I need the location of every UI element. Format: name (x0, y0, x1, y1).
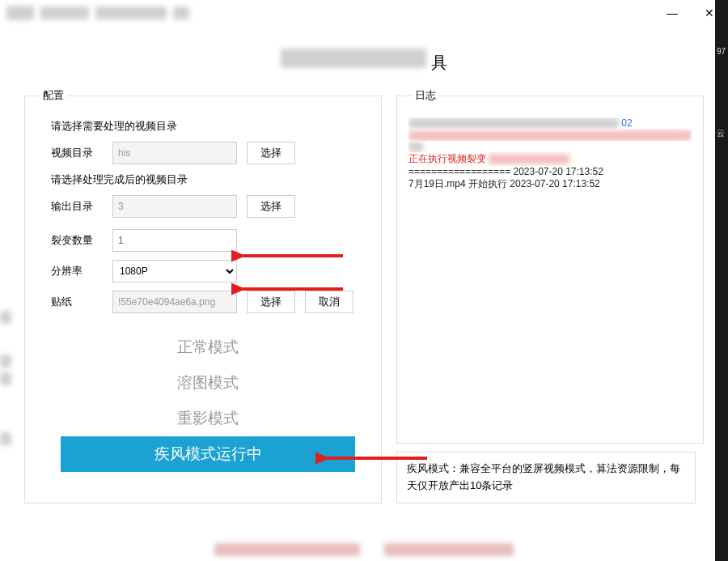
bg-blur (214, 543, 360, 556)
row-output-dir: 输出目录 选择 (51, 195, 370, 218)
app-title-suffix: 具 (431, 53, 447, 71)
row-sticker: 贴纸 选择 取消 (51, 291, 370, 313)
titlebar-text-blur (173, 6, 189, 19)
log-content: 02 正在执行视频裂变 ================== 2023-07-2… (408, 117, 692, 431)
row-video-dir: 视频目录 选择 (51, 142, 370, 164)
label-resolution: 分辨率 (51, 264, 103, 278)
split-count-input[interactable] (112, 229, 237, 252)
mode-hint: 疾风模式：兼容全平台的竖屏视频模式，算法资源限制，每天仅开放产出10条记录 (396, 452, 696, 504)
resolution-select[interactable]: 1080P (112, 260, 237, 283)
config-legend: 配置 (40, 88, 67, 103)
bg-blur (0, 372, 11, 385)
log-line: 02 (408, 117, 692, 129)
app-icon-blur (6, 6, 34, 20)
log-line: 7月19日.mp4 开始执行 2023-07-20 17:13:52 (408, 177, 692, 191)
log-line (408, 141, 692, 152)
log-line (408, 129, 692, 140)
titlebar-left (6, 6, 189, 20)
row-resolution: 分辨率 1080P (51, 260, 370, 283)
video-dir-input[interactable] (112, 142, 237, 164)
app-title: 具 (0, 26, 728, 88)
select-sticker-button[interactable]: 选择 (247, 291, 295, 313)
log-line: ================== 2023-07-20 17:13:52 (408, 166, 692, 177)
mode-ghost-button[interactable]: 重影模式 (61, 401, 355, 436)
bg-blur (384, 543, 514, 556)
titlebar-text-blur (95, 6, 167, 19)
label-output-dir: 输出目录 (51, 199, 103, 214)
titlebar: — ✕ (0, 0, 728, 26)
sticker-input[interactable] (112, 291, 237, 313)
titlebar-text-blur (40, 6, 89, 19)
mode-normal-button[interactable]: 正常模式 (61, 329, 355, 365)
right-column: 日志 02 正在执行视频裂变 ================== 2023-0… (396, 88, 704, 504)
mode-dissolve-button[interactable]: 溶图模式 (61, 365, 355, 401)
select-output-dir-button[interactable]: 选择 (247, 195, 295, 218)
mode-fast-button[interactable]: 疾风模式运行中 (61, 436, 355, 472)
cancel-sticker-button[interactable]: 取消 (305, 291, 353, 313)
note-output-dir: 请选择处理完成后的视频目录 (51, 172, 370, 187)
mode-buttons: 正常模式 溶图模式 重影模式 疾风模式运行中 (61, 329, 355, 472)
row-split-count: 裂变数量 (51, 229, 370, 252)
log-blur (408, 142, 423, 152)
log-panel: 日志 02 正在执行视频裂变 ================== 2023-0… (396, 88, 704, 444)
note-source-dir: 请选择需要处理的视频目录 (51, 119, 370, 134)
select-video-dir-button[interactable]: 选择 (247, 142, 295, 164)
bg-blur (0, 355, 11, 368)
bg-blur (0, 432, 11, 445)
log-legend: 日志 (412, 88, 439, 103)
minimize-button[interactable]: — (654, 0, 691, 26)
bottom-blur-row (0, 543, 728, 556)
output-dir-input[interactable] (112, 195, 237, 218)
log-blur (489, 154, 569, 164)
bg-blur (0, 311, 11, 324)
log-blur (408, 130, 692, 141)
log-line: 正在执行视频裂变 (408, 152, 692, 166)
label-split-count: 裂变数量 (51, 233, 103, 248)
label-video-dir: 视频目录 (51, 146, 103, 160)
app-title-blur (281, 49, 426, 68)
label-sticker: 贴纸 (51, 295, 103, 309)
log-blur (408, 118, 619, 129)
config-panel: 配置 请选择需要处理的视频目录 视频目录 选择 请选择处理完成后的视频目录 输出… (24, 88, 382, 504)
